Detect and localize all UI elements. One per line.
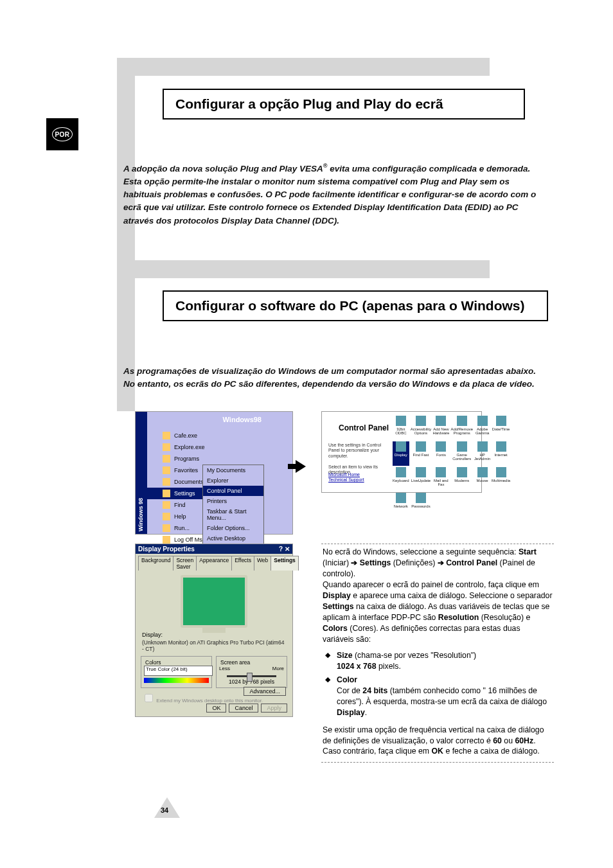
ok-button[interactable]: OK	[206, 704, 226, 713]
control-panel-icon-grid: 32bit ODBC Accessibility Options Add New…	[393, 416, 477, 488]
extend-desktop-checkbox[interactable]	[145, 694, 153, 702]
cp-item-display[interactable]: Display	[393, 441, 409, 466]
heading-plug-and-play: Configurar a opção Plug and Play do ecrã	[163, 89, 525, 120]
cp-icon	[477, 416, 488, 426]
cp-icon	[436, 416, 446, 426]
slider-label-more: More	[272, 666, 284, 671]
doc-icon	[163, 478, 170, 486]
cp-icon	[496, 441, 506, 452]
cp-item[interactable]: Keyboard	[393, 467, 409, 492]
heading-pc-software: Configurar o software do PC (apenas para…	[163, 290, 548, 321]
cp-item[interactable]: 32bit ODBC	[393, 416, 409, 440]
extend-desktop-label: Extend my Windows desktop onto this moni…	[156, 698, 263, 704]
cp-item[interactable]: Multimedia	[492, 467, 510, 492]
cp-item[interactable]: Modems	[450, 467, 473, 492]
start-menu: Cafe.exe Explore.exe Programs Favorites …	[147, 412, 292, 534]
cp-icon	[477, 441, 488, 452]
start-menu-sidebar: Windows 98	[136, 412, 147, 534]
menu-item[interactable]: Explore.exe	[147, 441, 221, 453]
cp-item[interactable]: Accessibility Options	[411, 416, 432, 440]
menu-item[interactable]: Cafe.exe	[147, 430, 221, 441]
cp-icon	[396, 493, 406, 503]
info-list-item-color: Color Cor de 24 bits (também conhecido c…	[323, 675, 553, 718]
cp-icon	[436, 467, 446, 477]
slider-label-less: Less	[219, 666, 230, 671]
control-panel-title: Control Panel	[339, 423, 389, 432]
language-badge-text: POR	[52, 127, 73, 141]
display-value: (Unknown Monitor) on ATI Graphics Pro Tu…	[136, 639, 292, 656]
cp-icon	[477, 467, 488, 477]
screenshot-start-menu: Windows 98 Windows98 Cafe.exe Explore.ex…	[135, 411, 293, 535]
color-depth-select[interactable]: True Color (24 bit)	[144, 666, 213, 676]
cp-icon	[416, 416, 426, 426]
star-icon	[163, 466, 170, 474]
instructions-box: No ecrã do Windows, seleccione a seguint…	[321, 544, 554, 763]
decor-bar-top	[117, 58, 490, 76]
intro-plug-and-play: A adopção da nova solução Plug and Play …	[123, 162, 547, 227]
cp-item[interactable]: Internet	[492, 441, 510, 466]
screenshot-display-properties: Display Properties ? ✕ Background Screen…	[135, 544, 293, 717]
colors-group: Colors True Color (24 bit)	[141, 656, 212, 688]
submenu-item[interactable]: Taskbar & Start Menu...	[203, 506, 263, 523]
screen-area-group-title: Screen area	[219, 659, 251, 666]
decor-bar-mid	[117, 260, 490, 278]
display-icon	[396, 441, 406, 452]
cp-item[interactable]: Add/Remove Programs	[450, 416, 473, 440]
submenu-item[interactable]: Printers	[203, 496, 263, 506]
cancel-button[interactable]: Cancel	[229, 704, 258, 713]
cp-item[interactable]: Mail and Fax	[432, 467, 449, 492]
cp-item[interactable]: Fonts	[432, 441, 449, 466]
cp-item[interactable]: Game Controllers	[450, 441, 473, 466]
monitor-preview	[181, 575, 247, 628]
logoff-icon	[163, 536, 170, 544]
decor-bar-vert	[117, 58, 135, 411]
cp-icon	[396, 416, 406, 426]
intro1-pre: A adopção da nova solução Plug and Play …	[123, 164, 323, 173]
cp-icon	[496, 416, 506, 426]
cp-item[interactable]: Find Fast	[411, 441, 432, 466]
info-list: Size (chama-se por vezes "Resolution") 1…	[323, 650, 553, 718]
control-panel-links: Microsoft Home Technical Support	[328, 472, 364, 483]
submenu-item[interactable]: Folder Options...	[203, 523, 263, 533]
page-number: 34	[161, 806, 168, 814]
menu-item[interactable]: Programs	[147, 453, 221, 465]
arrow-right-icon: ➔	[438, 558, 444, 567]
language-badge: POR	[46, 118, 78, 150]
info-list-item-size: Size (chama-se por vezes "Resolution") 1…	[323, 650, 553, 672]
advanced-button[interactable]: Advanced...	[244, 687, 286, 696]
cp-icon	[496, 467, 506, 477]
resolution-slider[interactable]	[227, 675, 276, 677]
link-ms-home[interactable]: Microsoft Home	[328, 472, 360, 477]
gear-icon	[163, 490, 170, 497]
run-icon	[163, 524, 170, 532]
window-titlebar: Display Properties ? ✕	[136, 544, 292, 554]
help-icon	[163, 513, 170, 520]
link-tech-support[interactable]: Technical Support	[328, 477, 364, 482]
cp-item[interactable]: Adobe Gamma	[474, 416, 490, 440]
cp-item[interactable]: HP JetAdmin	[474, 441, 490, 466]
cp-icon	[416, 493, 426, 503]
cp-item[interactable]: Date/Time	[492, 416, 510, 440]
cp-icon	[416, 467, 426, 477]
color-preview-bar	[144, 678, 209, 683]
start-menu-sidebar-label: Windows 98	[138, 498, 144, 531]
cp-item[interactable]: LiveUpdate	[411, 467, 432, 492]
app-icon	[163, 443, 170, 451]
cp-item[interactable]: Network	[393, 493, 409, 517]
cp-icon	[396, 467, 406, 477]
cp-icon	[457, 441, 467, 452]
info-p1: No ecrã do Windows, seleccione a seguint…	[323, 547, 537, 578]
submenu-item-control-panel[interactable]: Control Panel	[203, 486, 263, 496]
cp-item[interactable]: Mouse	[474, 467, 490, 492]
manual-page: POR Configurar a opção Plug and Play do …	[0, 0, 613, 868]
cp-icon	[457, 416, 467, 426]
cp-item[interactable]: Passwords	[411, 493, 432, 517]
apply-button[interactable]: Apply	[261, 704, 287, 713]
window-controls: ? ✕	[279, 545, 290, 553]
submenu-item[interactable]: Explorer	[203, 475, 263, 486]
submenu-item[interactable]: My Documents	[203, 465, 263, 475]
screenshot-control-panel: Control Panel Use the settings in Contro…	[321, 411, 482, 493]
submenu-item[interactable]: Active Desktop	[203, 533, 263, 544]
page-number-decoration	[154, 792, 180, 818]
cp-item[interactable]: Add New Hardware	[432, 416, 449, 440]
